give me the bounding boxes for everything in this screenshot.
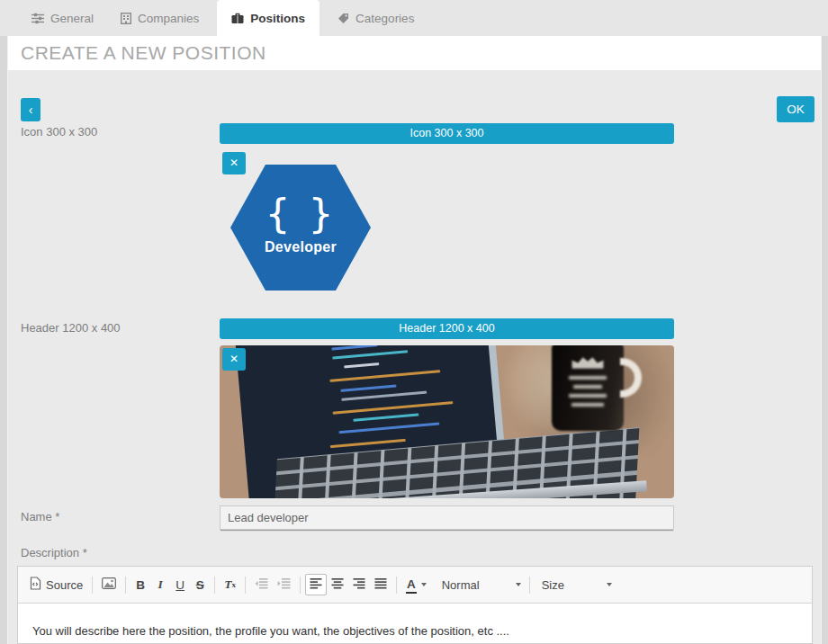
decrease-indent-button[interactable]: [250, 574, 273, 595]
text-color-button[interactable]: A: [401, 574, 431, 595]
code-line: [333, 350, 409, 359]
name-input[interactable]: [220, 505, 674, 530]
header-upload-button[interactable]: Header 1200 x 400: [220, 318, 674, 339]
description-label: Description *: [21, 546, 87, 559]
chevron-down-icon: [607, 583, 612, 586]
building-icon: [121, 13, 131, 24]
underline-button[interactable]: U: [170, 574, 190, 595]
page-title: CREATE A NEW POSITION: [8, 36, 821, 70]
header-preview-image: [220, 345, 674, 498]
header-size-label: Header 1200 x 400: [21, 321, 121, 335]
font-size-dropdown[interactable]: Size: [538, 574, 616, 595]
editor-content[interactable]: You will describe here the position, the…: [18, 604, 812, 640]
editor-toolbar: Source B I U S Tx: [18, 567, 812, 604]
align-justify-icon: [374, 577, 387, 592]
sliders-icon: [32, 13, 44, 24]
code-line: [332, 345, 377, 351]
crown-shape: [572, 354, 604, 369]
tab-general[interactable]: General: [22, 0, 103, 36]
toolbar-separator: [529, 577, 530, 594]
icon-upload-button[interactable]: Icon 300 x 300: [220, 123, 674, 144]
header-remove-button[interactable]: ✕: [222, 348, 246, 371]
remove-format-x: x: [231, 580, 236, 589]
remove-format-t: T: [224, 577, 231, 592]
tab-label: Positions: [250, 12, 305, 25]
size-value: Size: [542, 578, 564, 592]
ok-button[interactable]: OK: [777, 96, 814, 122]
tab-positions[interactable]: Positions: [217, 0, 320, 36]
briefcase-icon: [231, 13, 244, 24]
code-line: [339, 423, 440, 434]
align-left-button[interactable]: [305, 574, 327, 595]
image-icon: [102, 577, 116, 592]
mug-text-line: [572, 403, 604, 407]
chevron-down-icon: [516, 583, 521, 586]
page: General Companies Positions Categories C…: [0, 0, 828, 644]
indent-icon: [277, 577, 291, 592]
main-panel: CREATE A NEW POSITION ‹ OK Icon 300 x 30…: [7, 36, 822, 644]
italic-button[interactable]: I: [150, 574, 170, 595]
chevron-down-icon: [421, 583, 427, 586]
align-center-button[interactable]: [327, 574, 348, 595]
code-line: [354, 414, 419, 422]
outdent-icon: [255, 577, 268, 592]
remove-format-button[interactable]: Tx: [220, 574, 240, 595]
align-right-icon: [353, 577, 365, 592]
description-editor: Source B I U S Tx: [17, 566, 813, 644]
strikethrough-button[interactable]: S: [190, 574, 210, 595]
icon-remove-button[interactable]: ✕: [222, 152, 246, 174]
align-justify-button[interactable]: [370, 574, 392, 595]
code-line: [330, 438, 406, 447]
mug-text-line: [569, 394, 607, 398]
tab-bar: General Companies Positions Categories: [0, 0, 828, 36]
toolbar-separator: [214, 577, 215, 594]
mug-text-line: [569, 376, 607, 380]
braces-icon: { }: [266, 194, 337, 234]
title-bar: CREATE A NEW POSITION: [8, 36, 821, 70]
icon-size-label: Icon 300 x 300: [21, 125, 97, 139]
tab-categories[interactable]: Categories: [328, 0, 423, 36]
name-label: Name *: [21, 510, 59, 523]
tag-icon: [338, 13, 349, 24]
code-line: [329, 370, 440, 382]
source-button[interactable]: Source: [25, 574, 87, 595]
toolbar-separator: [300, 577, 301, 594]
tab-companies[interactable]: Companies: [112, 0, 208, 36]
source-label: Source: [46, 578, 83, 592]
coffee-mug: [552, 345, 625, 431]
tab-label: Categories: [356, 12, 414, 25]
increase-indent-button[interactable]: [273, 574, 295, 595]
toolbar-separator: [245, 577, 246, 594]
source-icon: [30, 577, 41, 593]
back-button[interactable]: ‹: [21, 98, 40, 121]
toolbar-separator: [125, 577, 126, 594]
icon-preview-hexagon: { } Developer: [230, 165, 371, 291]
tab-label: General: [50, 12, 94, 25]
insert-image-button[interactable]: [97, 574, 121, 595]
align-left-icon: [310, 577, 322, 592]
format-value: Normal: [442, 578, 480, 592]
toolbar-separator: [92, 577, 93, 594]
align-center-icon: [331, 577, 344, 592]
bold-button[interactable]: B: [130, 574, 150, 595]
mug-text-line: [573, 385, 602, 389]
align-right-button[interactable]: [348, 574, 370, 595]
paragraph-format-dropdown[interactable]: Normal: [438, 574, 525, 595]
code-line: [341, 384, 397, 391]
icon-preview-text: Developer: [265, 239, 337, 255]
text-color-letter: A: [406, 577, 417, 594]
code-line: [342, 390, 428, 400]
code-line: [333, 401, 454, 415]
code-line: [344, 362, 379, 367]
toolbar-separator: [396, 577, 397, 594]
tab-label: Companies: [138, 12, 199, 25]
